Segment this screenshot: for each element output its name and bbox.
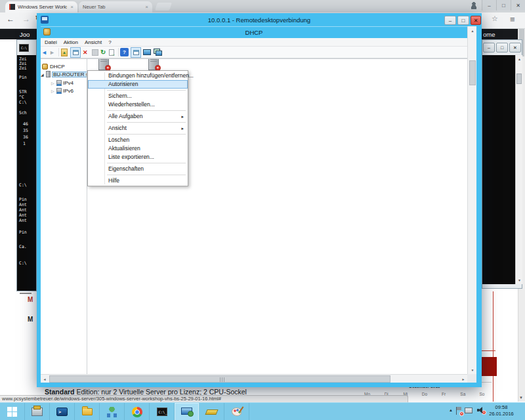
cmd-maximize-button[interactable]: □ bbox=[496, 43, 508, 52]
tree-item-ipv4[interactable]: ▷ IPv4 bbox=[41, 79, 87, 87]
taskbar-button-remote-desktop-active[interactable] bbox=[175, 403, 200, 420]
server-item-unauthorized[interactable]: ▼ bbox=[98, 59, 109, 70]
help-icon[interactable]: ? bbox=[120, 48, 129, 56]
tab-close-icon[interactable]: × bbox=[70, 4, 74, 10]
menu-item-wiederherstellen[interactable]: Wiederherstellen... bbox=[88, 100, 188, 109]
bookmark-star-icon[interactable]: ☆ bbox=[492, 14, 498, 23]
menu-item-bindungen[interactable]: Bindungen hinzufügen/entfernen... bbox=[88, 72, 188, 80]
rdp-minimize-button[interactable]: – bbox=[444, 16, 456, 25]
browser-close-button[interactable]: ✕ bbox=[511, 0, 525, 10]
menu-hilfe[interactable]: ? bbox=[108, 39, 111, 45]
scroll-up-icon[interactable]: ▲ bbox=[468, 26, 477, 35]
hidden-icons-arrow-icon[interactable]: ▲ bbox=[449, 408, 453, 412]
tree-item-dhcp-root[interactable]: DHCP bbox=[41, 62, 87, 70]
profile-icon[interactable] bbox=[470, 1, 478, 9]
cmd-close-button[interactable]: ✕ bbox=[509, 43, 521, 52]
dhcp-title-bar[interactable]: DHCP bbox=[41, 26, 467, 38]
taskbar-button-network-manager[interactable] bbox=[100, 403, 125, 420]
server-manager-icon bbox=[32, 408, 43, 416]
menu-item-aktualisieren[interactable]: Aktualisieren bbox=[88, 144, 188, 153]
rdp-hscroll-thumb[interactable] bbox=[49, 375, 390, 383]
cmd-title-bar[interactable]: C:\ bbox=[17, 40, 36, 55]
cmd-output-line: Ant bbox=[19, 213, 27, 218]
export-list-icon[interactable]: → bbox=[109, 48, 114, 56]
collapsed-icon[interactable]: ▷ bbox=[51, 81, 56, 85]
menu-item-loeschen[interactable]: Löschen bbox=[88, 136, 188, 144]
console-tree-toggle-icon[interactable] bbox=[70, 47, 81, 58]
scroll-left-icon[interactable]: ◄ bbox=[41, 375, 49, 383]
taskbar-button-paint[interactable] bbox=[224, 403, 249, 420]
collapsed-icon[interactable]: ▷ bbox=[51, 89, 56, 93]
scroll-down-icon[interactable]: ▼ bbox=[468, 366, 477, 374]
taskbar-button-powershell[interactable]: > bbox=[50, 403, 75, 420]
menu-item-label: Ansicht bbox=[108, 125, 127, 131]
cmd-output-line: Pin bbox=[19, 230, 27, 235]
menu-item-eigenschaften[interactable]: Eigenschaften bbox=[88, 165, 188, 173]
ipv4-icon bbox=[56, 80, 62, 86]
rdp-maximize-button[interactable]: □ bbox=[457, 16, 469, 25]
taskbar-button-keyboard[interactable] bbox=[200, 403, 224, 420]
tree-item-server[interactable]: ◢ BU-ROUTER s bbox=[41, 70, 87, 78]
toolbar-separator bbox=[118, 48, 119, 56]
calendar-weekday: Sa bbox=[453, 392, 472, 396]
browser-maximize-button[interactable]: □ bbox=[496, 0, 511, 10]
menu-item-liste-exportieren[interactable]: Liste exportieren... bbox=[88, 153, 188, 161]
menu-item-ansicht[interactable]: Ansicht ▸ bbox=[88, 124, 188, 133]
browser-tab-active[interactable]: Windows Server Worksho × bbox=[5, 1, 77, 12]
cmd-scrollbar-thumb[interactable] bbox=[516, 74, 522, 84]
refresh-icon[interactable]: ↻ bbox=[100, 48, 106, 56]
scroll-right-icon[interactable]: ► bbox=[459, 375, 467, 383]
remote-monitor-icon[interactable] bbox=[143, 48, 151, 56]
browser-tab-neuer-tab[interactable]: Neuer Tab × bbox=[79, 1, 152, 12]
taskbar-button-server-manager[interactable] bbox=[25, 403, 50, 420]
cmd-window-right[interactable]: – □ ✕ ▲ ▼ bbox=[482, 39, 522, 289]
rdp-vscroll-thumb[interactable] bbox=[469, 60, 476, 85]
tree-item-ipv6[interactable]: ▷ IPv6 bbox=[41, 87, 87, 94]
menu-ansicht[interactable]: Ansicht bbox=[85, 39, 102, 45]
calendar-weekday: So bbox=[472, 392, 492, 396]
rdp-window: 10.0.0.1 - Remotedesktopverbindung – □ ✕… bbox=[37, 13, 482, 387]
scroll-down-icon[interactable]: ▼ bbox=[516, 276, 523, 284]
delete-icon[interactable]: ✕ bbox=[83, 48, 88, 56]
rdp-vertical-scrollbar[interactable]: ▲ ▼ bbox=[467, 26, 476, 374]
back-icon[interactable]: ← bbox=[7, 14, 14, 24]
taskbar-button-chrome[interactable] bbox=[125, 403, 150, 420]
menu-item-hilfe[interactable]: Hilfe bbox=[88, 177, 188, 185]
cmd-output bbox=[482, 55, 515, 284]
new-tab-button[interactable] bbox=[155, 3, 172, 10]
up-level-icon[interactable]: ▲ bbox=[61, 48, 68, 56]
cmd-window-left[interactable]: C:\ Zei Zei Zei Pin STR ^C C:\ Sch 46353… bbox=[16, 39, 37, 291]
action-pane-toggle-icon[interactable] bbox=[131, 47, 141, 58]
menu-aktion[interactable]: Aktion bbox=[64, 39, 78, 45]
menu-item-autorisieren[interactable]: Autorisieren bbox=[88, 80, 188, 89]
rdp-horizontal-scrollbar[interactable]: ◄ ► bbox=[41, 374, 467, 383]
back-icon[interactable]: ◄ bbox=[41, 48, 47, 56]
browser-menu-icon[interactable]: ≡ bbox=[510, 14, 515, 24]
powershell-icon: > bbox=[56, 408, 68, 416]
taskbar-button-file-explorer[interactable] bbox=[75, 403, 100, 420]
taskbar-clock[interactable]: 09:58 26.01.2016 bbox=[486, 404, 517, 417]
cmd-title-bar[interactable]: – □ ✕ bbox=[482, 40, 522, 55]
scroll-down-icon[interactable]: ▼ bbox=[519, 396, 523, 400]
network-tray-icon[interactable] bbox=[465, 408, 472, 413]
cmd-scrollbar[interactable]: ▲ ▼ bbox=[515, 55, 522, 284]
menu-item-alle-aufgaben[interactable]: Alle Aufgaben ▸ bbox=[88, 112, 188, 121]
scroll-up-icon[interactable]: ▲ bbox=[516, 55, 523, 63]
cmd-minimize-button[interactable]: – bbox=[483, 43, 495, 52]
menu-datei[interactable]: Datei bbox=[45, 39, 57, 45]
rdp-title-bar[interactable]: 10.0.0.1 - Remotedesktopverbindung bbox=[37, 13, 482, 26]
volume-muted-icon[interactable]: × bbox=[477, 407, 484, 414]
remote-monitors-icon[interactable] bbox=[154, 48, 163, 56]
menu-item-sichern[interactable]: Sichern... bbox=[88, 92, 188, 100]
taskbar-button-cmd[interactable]: C:\_ bbox=[150, 403, 175, 420]
forward-icon[interactable]: → bbox=[22, 14, 30, 24]
cmd-output-column: 4635361 bbox=[23, 121, 28, 147]
action-center-flag-icon[interactable]: × bbox=[455, 407, 462, 415]
expanded-icon[interactable]: ◢ bbox=[41, 72, 46, 77]
browser-minimize-button[interactable]: – bbox=[482, 0, 496, 10]
site-favicon-icon bbox=[9, 4, 15, 10]
start-button[interactable] bbox=[0, 403, 25, 420]
rdp-close-button[interactable]: ✕ bbox=[471, 16, 481, 25]
server-item-unauthorized[interactable]: ▼ bbox=[148, 59, 159, 70]
tab-close-icon[interactable]: × bbox=[145, 4, 148, 10]
